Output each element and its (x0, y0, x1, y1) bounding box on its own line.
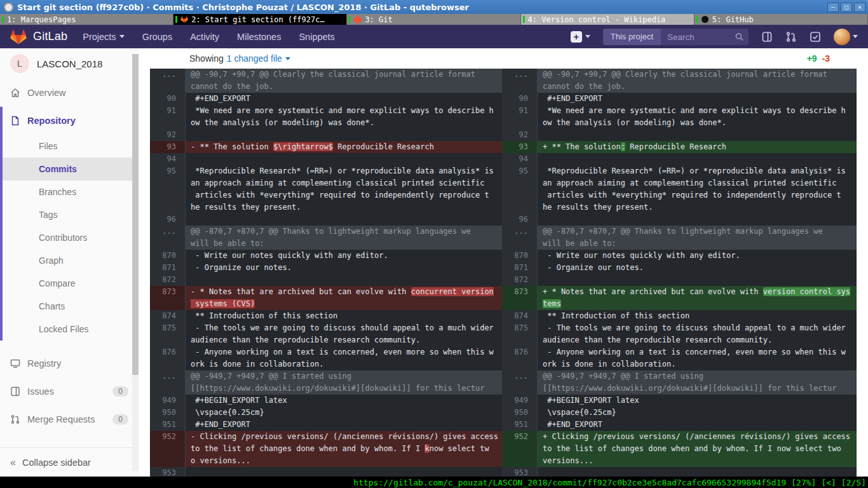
minimize-button[interactable]: – (827, 3, 839, 12)
sidebar-item-tags[interactable]: Tags (0, 203, 139, 226)
diff-row: 871 - Organize our notes. (502, 262, 857, 274)
line-number[interactable]: 951 (150, 419, 185, 431)
line-number[interactable]: 876 (502, 346, 537, 370)
diff-row: 953 (150, 467, 502, 477)
line-number[interactable]: 873 (150, 286, 185, 310)
user-avatar (834, 29, 850, 45)
sidebar-item-contributors[interactable]: Contributors (0, 226, 139, 249)
line-number[interactable]: 949 (502, 395, 537, 407)
line-number[interactable]: 95 (502, 165, 537, 214)
sidebar-item-overview[interactable]: Overview (0, 79, 139, 107)
issues-dashboard-button[interactable] (761, 31, 773, 43)
line-number[interactable]: ... (150, 370, 185, 395)
line-number[interactable]: ... (502, 370, 537, 395)
sidebar-item-commits[interactable]: Commits (0, 158, 139, 180)
line-number[interactable]: 953 (150, 467, 185, 477)
browser-tab-4[interactable]: 4: Version control - Wikipedia (521, 14, 695, 25)
tab-title: 2: Start git section (ff927c… (191, 15, 325, 24)
sidebar-item-graph[interactable]: Graph (0, 249, 139, 272)
sidebar-item-charts[interactable]: Charts (0, 295, 139, 318)
git-favicon-icon (354, 16, 362, 24)
line-number[interactable]: 874 (150, 310, 185, 322)
changed-files-dropdown[interactable]: 1 changed file (227, 53, 290, 64)
line-number[interactable]: 872 (150, 274, 185, 286)
line-number[interactable]: 90 (150, 93, 185, 105)
line-number[interactable]: 95 (150, 165, 185, 214)
line-number[interactable]: ... (502, 226, 537, 250)
line-number[interactable]: 96 (150, 214, 185, 226)
todos-button[interactable] (810, 31, 821, 43)
line-number[interactable]: 949 (150, 395, 185, 407)
line-number[interactable]: 871 (502, 262, 537, 274)
user-menu[interactable] (834, 29, 858, 45)
browser-tab-3[interactable]: 3: Git (347, 14, 520, 25)
sidebar-item-locked-files[interactable]: Locked Files (0, 318, 139, 341)
line-number[interactable]: ... (502, 69, 537, 93)
diff-line-content: @@ -90,7 +90,7 @@ Clearly the classical … (537, 69, 857, 93)
line-number[interactable]: 875 (150, 322, 185, 346)
line-number[interactable]: 876 (150, 346, 185, 370)
line-number[interactable]: 875 (502, 322, 537, 346)
navbar-right: + This project (571, 29, 858, 45)
project-header[interactable]: L LASCON_2018 (0, 48, 139, 79)
close-button[interactable]: ✕ (854, 3, 865, 12)
nav-item-milestones[interactable]: Milestones (237, 32, 281, 42)
merge-requests-button[interactable] (785, 31, 797, 43)
line-number[interactable]: 874 (502, 310, 537, 322)
sidebar-item-files[interactable]: Files (0, 135, 139, 158)
diff-line-content: @@ -870,7 +870,7 @@ Thanks to lightweigh… (185, 226, 502, 250)
line-number[interactable]: 952 (502, 431, 537, 467)
browser-tab-5[interactable]: 5: GitHub (695, 14, 868, 25)
line-number[interactable]: 93 (502, 141, 537, 153)
nav-item-groups[interactable]: Groups (142, 32, 173, 42)
line-number[interactable]: 870 (502, 250, 537, 262)
additions-count: +9 (807, 53, 817, 64)
diff-stats: +9 -3 (807, 53, 830, 64)
sidebar-item-compare[interactable]: Compare (0, 272, 139, 295)
diff-row: 96 (150, 214, 502, 226)
line-number[interactable]: ... (150, 69, 185, 93)
sidebar-item-issues[interactable]: Issues0 (0, 377, 139, 405)
line-number[interactable]: 92 (150, 129, 185, 141)
line-number[interactable]: 91 (150, 105, 185, 129)
line-number[interactable]: 90 (502, 93, 537, 105)
browser-tab-2[interactable]: 2: Start git section (ff927c… (173, 14, 347, 25)
sidebar-item-registry[interactable]: Registry (0, 349, 139, 377)
diff-line-content: - Write our notes quickly with any edito… (537, 250, 857, 262)
tab-title: 4: Version control - Wikipedia (528, 15, 666, 24)
nav-item-snippets[interactable]: Snippets (299, 32, 334, 42)
line-number[interactable]: 952 (150, 431, 185, 467)
line-number[interactable]: 94 (150, 153, 185, 165)
line-number[interactable]: 951 (502, 419, 537, 431)
line-number[interactable]: 93 (150, 141, 185, 153)
sidebar-item-branches[interactable]: Branches (0, 180, 139, 203)
line-number[interactable]: 870 (150, 250, 185, 262)
nav-item-activity[interactable]: Activity (190, 32, 219, 42)
line-number[interactable]: 953 (502, 467, 537, 477)
sidebar-scrollbar[interactable] (132, 54, 139, 471)
diff-row: 94 (150, 153, 502, 165)
project-sidebar: L LASCON_2018 OverviewRepositoryFilesCom… (0, 48, 139, 477)
browser-tab-1[interactable]: 1: MarquesPages (0, 14, 173, 25)
sidebar-item-merge-requests[interactable]: Merge Requests0 (0, 405, 139, 433)
sidebar-item-repository[interactable]: Repository (0, 107, 139, 135)
line-number[interactable]: 950 (150, 407, 185, 419)
nav-item-projects[interactable]: Projects (83, 32, 124, 42)
gitlab-brand[interactable]: GitLab (10, 29, 67, 44)
line-number[interactable]: 94 (502, 153, 537, 165)
line-number[interactable]: 871 (150, 262, 185, 274)
line-number[interactable]: 872 (502, 274, 537, 286)
collapse-sidebar-button[interactable]: « Collapse sidebar (0, 447, 139, 477)
line-number[interactable]: 873 (502, 286, 537, 310)
tab-load-indicator (523, 16, 525, 23)
line-number[interactable]: 950 (502, 407, 537, 419)
line-number[interactable]: 91 (502, 105, 537, 129)
diff-line-content (185, 467, 502, 477)
line-number[interactable]: 96 (502, 214, 537, 226)
new-dropdown-button[interactable]: + (571, 31, 590, 43)
line-number[interactable]: 92 (502, 129, 537, 141)
line-number[interactable]: ... (150, 226, 185, 250)
maximize-button[interactable]: □ (841, 3, 852, 12)
diff-line-content: #+END_EXPORT (537, 419, 857, 431)
sidebar-scrollbar-thumb[interactable] (132, 54, 139, 375)
